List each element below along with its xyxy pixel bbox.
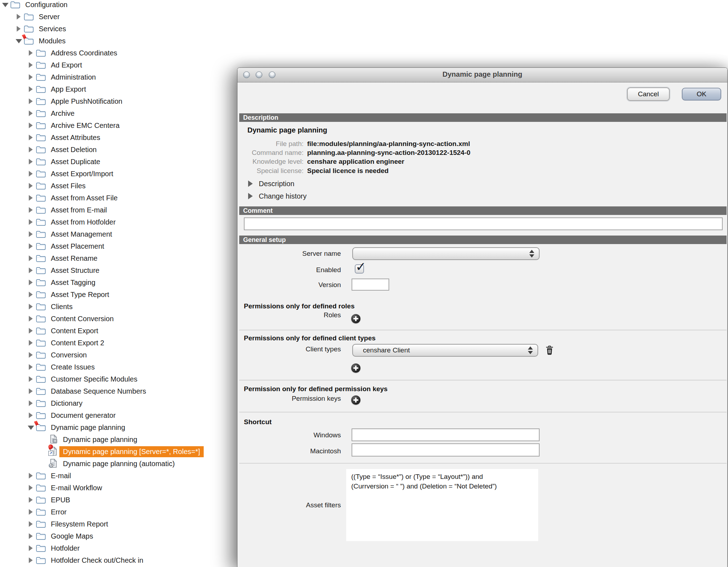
tree-item[interactable]: Dynamic page planning [Server=*, Roles=*… xyxy=(0,446,237,458)
disclosure-triangle-icon[interactable] xyxy=(27,520,36,528)
disclosure-triangle-icon[interactable] xyxy=(27,327,36,335)
change-history-disclosure-icon[interactable] xyxy=(248,193,253,199)
tree-item[interactable]: Google Maps xyxy=(0,530,237,542)
add-client-type-button[interactable] xyxy=(351,363,360,373)
disclosure-triangle-icon[interactable] xyxy=(27,182,36,190)
disclosure-triangle-icon[interactable] xyxy=(15,13,24,21)
version-input[interactable] xyxy=(352,279,389,291)
client-types-select[interactable]: censhare Client xyxy=(352,344,538,357)
enabled-checkbox[interactable]: ✓ xyxy=(355,264,364,274)
description-disclosure[interactable]: Description xyxy=(259,180,294,188)
tree-item[interactable]: Asset Tagging xyxy=(0,276,237,288)
disclosure-triangle-icon[interactable] xyxy=(27,242,36,250)
tree-item[interactable]: E-mail xyxy=(0,470,237,482)
disclosure-triangle-icon[interactable] xyxy=(27,508,36,516)
title-bar[interactable]: Dynamic page planning xyxy=(237,68,727,82)
disclosure-triangle-icon[interactable] xyxy=(27,291,36,298)
windows-shortcut-input[interactable] xyxy=(352,428,540,441)
add-permission-key-button[interactable] xyxy=(351,395,360,405)
disclosure-triangle-icon[interactable] xyxy=(27,556,36,564)
server-name-select[interactable] xyxy=(352,247,540,260)
tree-item[interactable]: Modules xyxy=(0,35,237,47)
tree-item[interactable]: Create Issues xyxy=(0,361,237,373)
tree-item[interactable]: Archive xyxy=(0,107,237,119)
disclosure-triangle-icon[interactable] xyxy=(27,73,36,81)
disclosure-triangle-icon[interactable] xyxy=(27,351,36,359)
disclosure-triangle-icon[interactable] xyxy=(27,109,36,117)
disclosure-triangle-icon[interactable] xyxy=(27,85,36,93)
disclosure-triangle-icon[interactable] xyxy=(27,423,36,431)
change-history-disclosure[interactable]: Change history xyxy=(259,192,307,200)
tree-item[interactable]: Apple PushNotification xyxy=(0,95,237,107)
tree-item[interactable]: Content Export xyxy=(0,325,237,337)
tree-item[interactable]: Ad Export xyxy=(0,59,237,71)
tree-item[interactable]: Asset Management xyxy=(0,228,237,240)
tree-item[interactable]: Conversion xyxy=(0,349,237,361)
tree-item[interactable]: Dynamic page planning xyxy=(0,421,237,433)
disclosure-triangle-icon[interactable] xyxy=(27,194,36,202)
disclosure-triangle-icon[interactable] xyxy=(27,254,36,262)
tree-item[interactable]: Hotfolder xyxy=(0,542,237,554)
tree-item[interactable]: Hotfolder Check out/Check in xyxy=(0,554,237,566)
description-disclosure-icon[interactable] xyxy=(248,180,253,187)
disclosure-triangle-icon[interactable] xyxy=(27,387,36,395)
disclosure-triangle-icon[interactable] xyxy=(27,158,36,166)
tree-item[interactable]: Services xyxy=(0,23,237,35)
disclosure-triangle-icon[interactable] xyxy=(27,484,36,492)
tree-item[interactable]: Asset Attributes xyxy=(0,131,237,144)
disclosure-triangle-icon[interactable] xyxy=(27,146,36,153)
tree-item[interactable]: Asset Rename xyxy=(0,252,237,264)
disclosure-triangle-icon[interactable] xyxy=(2,1,10,9)
tree-item[interactable]: Administration xyxy=(0,71,237,83)
ok-button[interactable]: OK xyxy=(682,88,721,101)
disclosure-triangle-icon[interactable] xyxy=(27,122,36,129)
disclosure-triangle-icon[interactable] xyxy=(27,472,36,480)
disclosure-triangle-icon[interactable] xyxy=(27,363,36,371)
disclosure-triangle-icon[interactable] xyxy=(27,303,36,310)
tree-item[interactable]: Document generator xyxy=(0,409,237,421)
add-role-button[interactable] xyxy=(351,314,360,323)
tree-item[interactable]: Error xyxy=(0,506,237,518)
tree-item[interactable]: Filesystem Report xyxy=(0,518,237,530)
tree-item[interactable]: Content Conversion xyxy=(0,313,237,325)
disclosure-triangle-icon[interactable] xyxy=(27,279,36,286)
disclosure-triangle-icon[interactable] xyxy=(15,37,24,45)
disclosure-triangle-icon[interactable] xyxy=(15,25,24,33)
disclosure-triangle-icon[interactable] xyxy=(27,315,36,323)
tree-item[interactable]: Clients xyxy=(0,301,237,313)
disclosure-triangle-icon[interactable] xyxy=(27,170,36,178)
tree-item[interactable]: Asset from Hotfolder xyxy=(0,216,237,228)
tree-item[interactable]: Asset Type Report xyxy=(0,288,237,301)
tree-item[interactable]: Asset Deletion xyxy=(0,144,237,156)
tree-item[interactable]: Asset Structure xyxy=(0,264,237,276)
disclosure-triangle-icon[interactable] xyxy=(27,97,36,105)
tree-item[interactable]: Asset Files xyxy=(0,180,237,192)
disclosure-triangle-icon[interactable] xyxy=(27,411,36,419)
disclosure-triangle-icon[interactable] xyxy=(27,61,36,69)
tree-item[interactable]: E-mail Workflow xyxy=(0,482,237,494)
tree-item[interactable]: Customer Specific Modules xyxy=(0,373,237,385)
macintosh-shortcut-input[interactable] xyxy=(352,443,540,457)
tree-item[interactable]: App Export xyxy=(0,83,237,95)
tree-item[interactable]: Dictionary xyxy=(0,397,237,409)
trash-icon[interactable] xyxy=(545,345,554,355)
disclosure-triangle-icon[interactable] xyxy=(27,134,36,141)
tree-item[interactable]: Asset Placement xyxy=(0,240,237,252)
tree-item[interactable]: Asset from E-mail xyxy=(0,204,237,216)
disclosure-triangle-icon[interactable] xyxy=(27,266,36,274)
cancel-button[interactable]: Cancel xyxy=(627,87,670,101)
tree-item[interactable]: Dynamic page planning (automatic) xyxy=(0,458,237,470)
disclosure-triangle-icon[interactable] xyxy=(27,496,36,504)
tree-item[interactable]: Asset from Asset File xyxy=(0,192,237,204)
disclosure-triangle-icon[interactable] xyxy=(27,206,36,214)
tree-item[interactable]: Server xyxy=(0,11,237,23)
tree-item[interactable]: Content Export 2 xyxy=(0,337,237,349)
disclosure-triangle-icon[interactable] xyxy=(27,230,36,238)
tree-item[interactable]: Dynamic page planning xyxy=(0,433,237,446)
disclosure-triangle-icon[interactable] xyxy=(27,339,36,347)
disclosure-triangle-icon[interactable] xyxy=(27,375,36,383)
disclosure-triangle-icon[interactable] xyxy=(27,544,36,552)
tree-item[interactable]: EPUB xyxy=(0,494,237,506)
asset-filters-textarea[interactable]: ((Type = “Issue*”) or (Type = “Layout*”)… xyxy=(346,469,538,541)
disclosure-triangle-icon[interactable] xyxy=(27,218,36,226)
